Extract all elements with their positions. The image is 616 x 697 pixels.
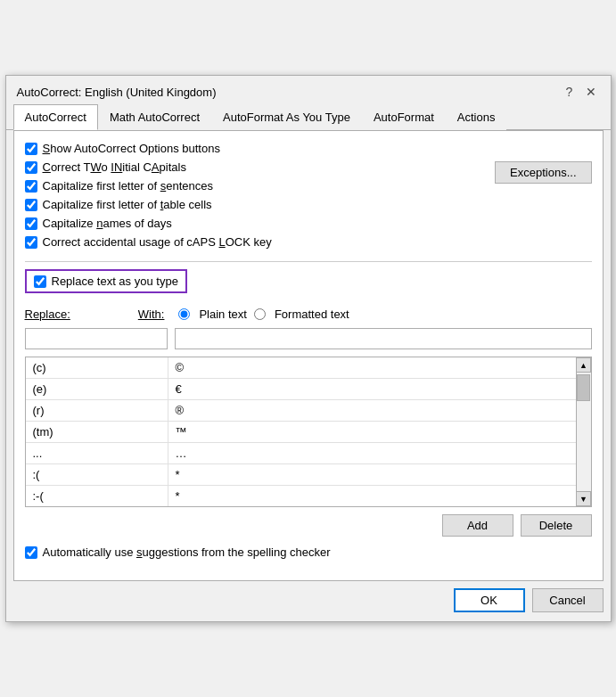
- table-cell-replace-6: :(: [26, 464, 168, 485]
- table-cell-replace-2: (e): [26, 379, 168, 399]
- table-cell-with-6: *: [168, 464, 576, 485]
- table-cell-with-4: ™: [168, 422, 576, 442]
- checkbox-capitalize-sentences-label: Capitalize first letter of sentences: [43, 179, 213, 193]
- radio-formatted-text-label: Formatted text: [275, 308, 349, 321]
- radio-group: Plain text Formatted text: [178, 308, 349, 321]
- table-row[interactable]: ... …: [26, 443, 576, 464]
- replace-input[interactable]: [25, 328, 168, 349]
- checkbox-capitalize-days[interactable]: [25, 217, 37, 230]
- tab-autoformat-as-you-type[interactable]: AutoFormat As You Type: [211, 104, 362, 130]
- checkbox-correct-two[interactable]: [25, 161, 37, 174]
- table-row[interactable]: :( *: [26, 464, 576, 486]
- checkbox-row-show-options: Show AutoCorrect Options buttons: [25, 142, 485, 155]
- checkbox-correct-two-label: Correct TWo INitial CApitals: [43, 160, 186, 174]
- table-scrollbar[interactable]: ▲ ▼: [576, 357, 591, 506]
- table-wrapper: (c) © (e) € (r) ® (tm) ™: [25, 357, 592, 507]
- auto-suggestions-row: Automatically use suggestions from the s…: [25, 545, 592, 559]
- radio-formatted-text[interactable]: [254, 308, 266, 320]
- table-row[interactable]: (c) ©: [26, 357, 576, 379]
- dialog: AutoCorrect: English (United Kingdom) ? …: [5, 75, 612, 622]
- divider-1: [25, 261, 592, 262]
- checkbox-capitalize-table-label: Capitalize first letter of table cells: [43, 198, 212, 211]
- checkbox-row-correct-caps: Correct accidental usage of cAPS LOCK ke…: [25, 235, 485, 249]
- table-cell-with-3: ®: [168, 400, 576, 421]
- replace-with-label-row: Replace: With: Plain text Formatted text: [25, 308, 592, 321]
- content-panel: Show AutoCorrect Options buttons Correct…: [13, 130, 604, 581]
- table-row[interactable]: (e) €: [26, 379, 576, 400]
- checkbox-row-correct-two: Correct TWo INitial CApitals: [25, 160, 485, 174]
- checkbox-row-capitalize-days: Capitalize names of days: [25, 217, 485, 230]
- title-bar-buttons: ? ✕: [561, 83, 600, 101]
- table-row[interactable]: (r) ®: [26, 400, 576, 422]
- checkbox-replace-text[interactable]: [34, 275, 46, 288]
- input-row: [25, 328, 592, 349]
- action-row: Add Delete: [25, 514, 592, 537]
- replace-text-section: Replace text as you type: [25, 269, 592, 300]
- help-button[interactable]: ?: [561, 83, 579, 101]
- checkbox-auto-suggestions[interactable]: [25, 546, 37, 559]
- table-cell-with-5: …: [168, 443, 576, 463]
- checkbox-capitalize-table[interactable]: [25, 199, 37, 211]
- tab-autoformat[interactable]: AutoFormat: [362, 104, 446, 130]
- scroll-down-arrow[interactable]: ▼: [576, 491, 591, 506]
- delete-button[interactable]: Delete: [521, 514, 592, 537]
- checkbox-capitalize-sentences[interactable]: [25, 180, 37, 193]
- cancel-button[interactable]: Cancel: [532, 588, 604, 612]
- top-section: Show AutoCorrect Options buttons Correct…: [25, 142, 592, 254]
- autocorrect-checkboxes: Show AutoCorrect Options buttons Correct…: [25, 142, 485, 254]
- checkbox-row-capitalize-sentences: Capitalize first letter of sentences: [25, 179, 485, 193]
- close-button[interactable]: ✕: [582, 83, 600, 101]
- autocorrect-table: (c) © (e) € (r) ® (tm) ™: [25, 357, 592, 507]
- table-cell-replace-4: (tm): [26, 422, 168, 442]
- with-label: With:: [138, 308, 165, 321]
- tab-actions[interactable]: Actions: [446, 104, 507, 130]
- scroll-thumb[interactable]: [577, 374, 590, 401]
- table-cell-with-7: *: [168, 486, 576, 506]
- title-bar: AutoCorrect: English (United Kingdom) ? …: [6, 76, 611, 104]
- radio-plain-text[interactable]: [178, 308, 190, 320]
- checkbox-correct-caps[interactable]: [25, 236, 37, 249]
- table-cell-replace-3: (r): [26, 400, 168, 421]
- with-label-container: With:: [138, 308, 165, 321]
- table-cell-replace-5: ...: [26, 443, 168, 463]
- add-button[interactable]: Add: [442, 514, 513, 537]
- table-cell-with-1: ©: [168, 357, 576, 378]
- tab-bar: AutoCorrect Math AutoCorrect AutoFormat …: [6, 104, 611, 130]
- table-row[interactable]: :-( *: [26, 486, 576, 506]
- checkbox-show-options[interactable]: [25, 143, 37, 155]
- radio-plain-text-label: Plain text: [199, 308, 246, 321]
- exceptions-button[interactable]: Exceptions...: [495, 161, 591, 184]
- exceptions-container: Exceptions...: [495, 142, 591, 184]
- table-main: (c) © (e) € (r) ® (tm) ™: [26, 357, 576, 506]
- table-cell-replace-7: :-(: [26, 486, 168, 506]
- dialog-title: AutoCorrect: English (United Kingdom): [17, 86, 217, 99]
- tab-math-autocorrect[interactable]: Math AutoCorrect: [98, 104, 211, 130]
- table-cell-with-2: €: [168, 379, 576, 399]
- tab-autocorrect[interactable]: AutoCorrect: [13, 104, 98, 130]
- checkbox-auto-suggestions-label: Automatically use suggestions from the s…: [43, 545, 331, 559]
- checkbox-show-options-label: Show AutoCorrect Options buttons: [43, 142, 220, 155]
- checkbox-replace-text-label: Replace text as you type: [52, 275, 178, 288]
- scroll-up-arrow[interactable]: ▲: [576, 357, 591, 373]
- checkbox-correct-caps-label: Correct accidental usage of cAPS LOCK ke…: [43, 235, 272, 249]
- with-input[interactable]: [175, 328, 592, 349]
- replace-text-box: Replace text as you type: [25, 269, 187, 293]
- ok-button[interactable]: OK: [454, 588, 525, 612]
- dialog-buttons: OK Cancel: [6, 588, 611, 621]
- table-cell-replace-1: (c): [26, 357, 168, 378]
- replace-label: Replace:: [25, 308, 70, 321]
- checkbox-capitalize-days-label: Capitalize names of days: [43, 217, 172, 230]
- checkbox-row-capitalize-table: Capitalize first letter of table cells: [25, 198, 485, 211]
- table-row[interactable]: (tm) ™: [26, 422, 576, 443]
